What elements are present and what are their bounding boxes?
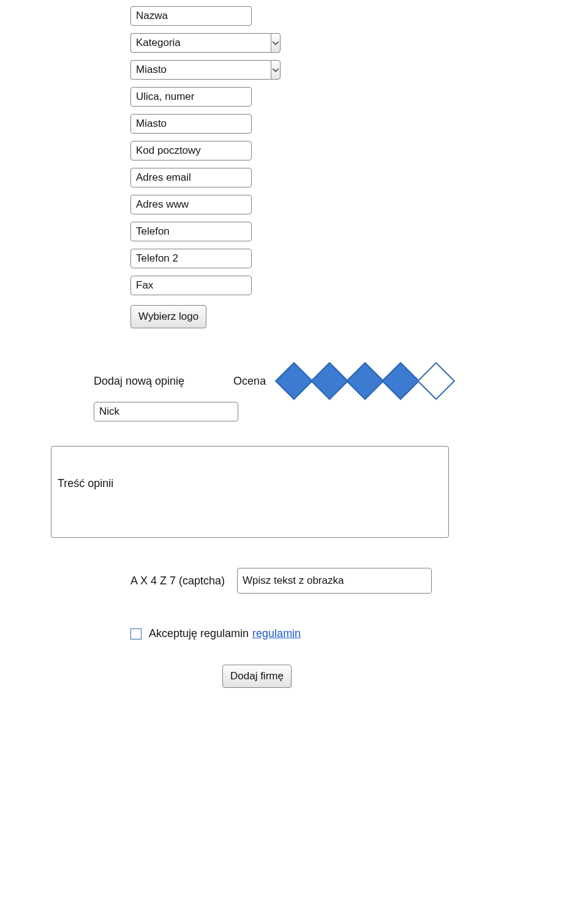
rating-diamond-2[interactable] bbox=[311, 362, 349, 400]
rating-diamond-3[interactable] bbox=[346, 362, 384, 400]
city2-input[interactable] bbox=[130, 114, 252, 134]
regulations-link[interactable]: regulamin bbox=[252, 627, 301, 640]
city-dropdown-button[interactable] bbox=[271, 60, 281, 80]
accept-label: Akceptuję regulamin bbox=[149, 627, 249, 640]
category-input[interactable] bbox=[130, 33, 271, 53]
street-input[interactable] bbox=[130, 87, 252, 107]
category-select[interactable] bbox=[130, 33, 275, 53]
rating-row: Dodaj nową opinię Ocena bbox=[94, 365, 588, 397]
fax-input[interactable] bbox=[130, 276, 252, 295]
rating-diamond-1[interactable] bbox=[275, 362, 313, 400]
name-input[interactable] bbox=[130, 6, 252, 26]
page: Wybierz logo Dodaj nową opinię Ocena A X… bbox=[0, 0, 588, 712]
captcha-label: A X 4 Z 7 (captcha) bbox=[130, 575, 225, 587]
chevron-down-icon bbox=[271, 64, 280, 75]
submit-button[interactable]: Dodaj firmę bbox=[222, 665, 292, 688]
email-input[interactable] bbox=[130, 168, 252, 187]
chevron-down-icon bbox=[271, 37, 280, 48]
score-label: Ocena bbox=[233, 375, 266, 388]
rating-stars[interactable] bbox=[278, 365, 452, 397]
phone2-input[interactable] bbox=[130, 249, 252, 268]
add-opinion-label: Dodaj nową opinię bbox=[94, 375, 184, 388]
phone-input[interactable] bbox=[130, 222, 252, 241]
nick-input[interactable] bbox=[94, 402, 238, 421]
city-select[interactable] bbox=[130, 60, 275, 80]
accept-row: Akceptuję regulamin regulamin bbox=[130, 627, 588, 640]
www-input[interactable] bbox=[130, 195, 252, 214]
form-column: Wybierz logo Dodaj nową opinię Ocena A X… bbox=[130, 0, 588, 688]
rating-diamond-4[interactable] bbox=[382, 362, 420, 400]
captcha-row: A X 4 Z 7 (captcha) bbox=[130, 568, 588, 594]
choose-logo-button[interactable]: Wybierz logo bbox=[130, 305, 206, 328]
city-input[interactable] bbox=[130, 60, 271, 80]
category-dropdown-button[interactable] bbox=[271, 33, 281, 53]
postcode-input[interactable] bbox=[130, 141, 252, 160]
opinion-textarea[interactable] bbox=[51, 446, 449, 538]
rating-diamond-5[interactable] bbox=[417, 362, 455, 400]
accept-checkbox[interactable] bbox=[130, 628, 141, 640]
captcha-input[interactable] bbox=[237, 568, 432, 594]
